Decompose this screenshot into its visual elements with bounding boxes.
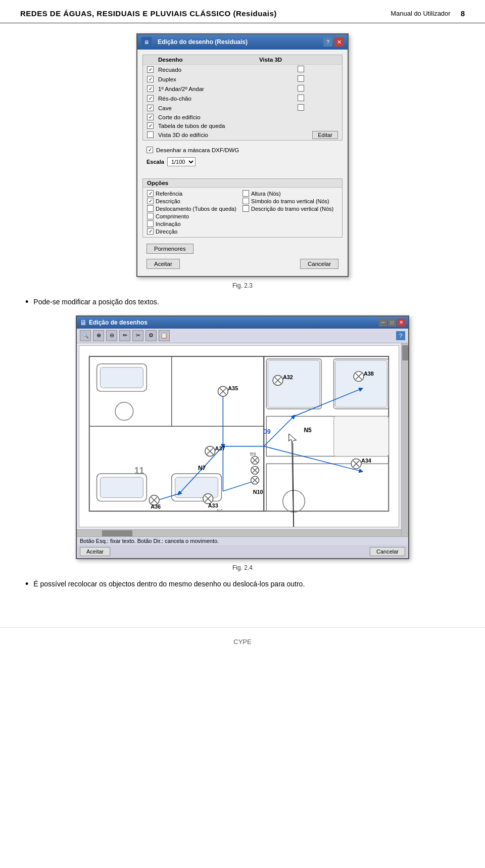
cb-andar-3d[interactable] — [298, 85, 304, 92]
v-scrollbar[interactable] — [401, 343, 408, 536]
escala-select[interactable]: 1/100 1/50 1/200 — [167, 157, 196, 166]
cb-direccao[interactable] — [147, 228, 154, 235]
toolbar-icon-6[interactable]: ⚙ — [146, 330, 157, 341]
opt-deslocamento: Deslocamento (Tubos de queda) — [147, 205, 243, 212]
dialog-icon: 🖥 — [141, 37, 152, 47]
bullet-dot-1: • — [25, 297, 28, 306]
cb-mask[interactable] — [147, 147, 153, 153]
page-footer: CYPE — [0, 627, 485, 656]
label-referencia: Referência — [156, 191, 182, 197]
svg-rect-19 — [335, 360, 387, 407]
svg-text:11: 11 — [134, 466, 144, 476]
header-title: REDES DE ÁGUAS, RESIDUAIS E PLUVIAIS CLÁ… — [20, 9, 277, 18]
minimize-button[interactable]: ─ — [379, 318, 387, 327]
v-scroll-thumb[interactable] — [402, 345, 408, 360]
label-deslocamento: Deslocamento (Tubos de queda) — [156, 206, 236, 212]
label-tabela: Tabela de tubos de queda — [158, 123, 298, 129]
drawing-cancelar-button[interactable]: Cancelar — [370, 547, 405, 556]
edit-button[interactable]: Editar — [312, 131, 338, 139]
label-altura: Altura (Nós) — [251, 191, 281, 197]
options-header: Opções — [143, 179, 342, 188]
row-vista3d: Vista 3D do edifício Editar — [143, 130, 342, 140]
statusbar-text: Botão Esq.: fixar texto. Botão Dir.: can… — [80, 538, 219, 544]
column-header-row: Desenho Vista 3D — [143, 55, 342, 65]
dialog-close-button[interactable]: ✕ — [334, 37, 344, 47]
drawing-window: 🖥 Edição de desenhos ─ □ ✕ 🔍 ⊕ ⊖ ✏ ✂ ⚙ 📋 — [76, 315, 409, 559]
pormenores-row: Pormenores — [142, 242, 343, 256]
label-direccao: Direcção — [156, 229, 177, 235]
cb-vista3d[interactable] — [147, 131, 154, 138]
cb-res-3d[interactable] — [298, 95, 304, 101]
cb-descricao[interactable] — [147, 198, 154, 204]
cb-deslocamento[interactable] — [147, 205, 154, 212]
svg-text:N5: N5 — [304, 427, 312, 434]
h-scrollbar[interactable] — [77, 529, 401, 536]
col-vista3d-header: Vista 3D — [259, 57, 310, 63]
toolbar-icon-4[interactable]: ✏ — [119, 330, 130, 341]
opt-referencia: Referência — [147, 190, 243, 197]
cb-altura[interactable] — [243, 190, 249, 197]
label-cave: Cave — [158, 105, 298, 111]
drawing-toolbar: 🔍 ⊕ ⊖ ✏ ✂ ⚙ 📋 ? — [77, 329, 408, 343]
maximize-button[interactable]: □ — [388, 318, 396, 327]
label-inclinacao: Inclinação — [156, 221, 181, 227]
toolbar-icon-1[interactable]: 🔍 — [80, 330, 91, 341]
mask-label: Desenhar a máscara DXF/DWG — [156, 147, 239, 153]
cancelar-button[interactable]: Cancelar — [300, 259, 338, 269]
dialog-edicao: 🖥 Edição do desenho (Residuais) ? ✕ Dese… — [136, 33, 349, 277]
cb-inclinacao[interactable] — [147, 220, 154, 227]
escala-row: Escala 1/100 1/50 1/200 — [142, 155, 343, 168]
aceitar-button[interactable]: Aceitar — [147, 259, 180, 269]
cb-res[interactable] — [147, 95, 154, 102]
cb-cave[interactable] — [147, 105, 154, 111]
page-number: 8 — [461, 9, 465, 18]
cb-referencia[interactable] — [147, 190, 154, 197]
dialog-help-icon[interactable]: ? — [323, 37, 332, 47]
opt-comprimento: Comprimento — [147, 212, 243, 220]
toolbar-icon-7[interactable]: 📋 — [159, 330, 170, 341]
cb-comprimento[interactable] — [147, 213, 154, 219]
label-corte: Corte do edifício — [158, 114, 298, 120]
drawing-bottom-buttons: Aceitar Cancelar — [77, 545, 408, 558]
cb-simbolo[interactable] — [243, 198, 249, 204]
cb-duplex-3d[interactable] — [298, 75, 304, 82]
toolbar-icon-2[interactable]: ⊕ — [93, 330, 104, 341]
toolbar-icon-5[interactable]: ✂ — [132, 330, 143, 341]
row-corte: Corte do edifício — [143, 113, 342, 121]
col-desenho-header: Desenho — [158, 57, 259, 63]
toolbar-icon-3[interactable]: ⊖ — [106, 330, 117, 341]
escala-label: Escala — [147, 159, 164, 165]
drawing-content: 11 — [77, 343, 408, 536]
cb-andar[interactable] — [147, 85, 154, 92]
help-icon[interactable]: ? — [396, 331, 405, 340]
cb-recuado[interactable] — [147, 66, 154, 73]
label-andar: 1º Andar/2º Andar — [158, 86, 298, 92]
opt-simbolo: Símbolo do tramo vertical (Nós) — [243, 197, 338, 205]
opt-direccao: Direcção — [147, 227, 243, 235]
label-comprimento: Comprimento — [156, 213, 189, 219]
label-desc-tramo: Descrição do tramo vertical (Nós) — [251, 206, 333, 212]
dialog-titlebar: 🖥 Edição do desenho (Residuais) ? ✕ — [137, 34, 348, 50]
cb-desc-tramo[interactable] — [243, 205, 249, 212]
drawing-aceitar-button[interactable]: Aceitar — [80, 547, 110, 556]
close-button[interactable]: ✕ — [397, 318, 405, 327]
svg-text:A34: A34 — [361, 458, 371, 464]
svg-text:A38: A38 — [364, 370, 374, 376]
label-duplex: Duplex — [158, 76, 298, 82]
cb-duplex[interactable] — [147, 76, 154, 82]
svg-text:A32: A32 — [283, 374, 293, 380]
svg-text:N7: N7 — [198, 465, 206, 472]
opt-desc-tramo: Descrição do tramo vertical (Nós) — [243, 205, 338, 212]
h-scroll-thumb[interactable] — [102, 530, 132, 536]
svg-rect-14 — [175, 477, 218, 497]
cb-corte[interactable] — [147, 114, 154, 120]
pormenores-button[interactable]: Pormenores — [147, 244, 193, 254]
cb-cave-3d[interactable] — [298, 104, 304, 111]
svg-text:A37: A37 — [215, 445, 225, 451]
drawing-title: Edição de desenhos — [89, 319, 148, 326]
fig-2-4-caption: Fig. 2.4 — [20, 564, 465, 571]
drawing-titlebar: 🖥 Edição de desenhos ─ □ ✕ — [77, 316, 408, 329]
drawing-area[interactable]: 11 — [79, 345, 399, 527]
cb-tabela[interactable] — [147, 122, 154, 129]
cb-recuado-3d[interactable] — [298, 66, 304, 72]
